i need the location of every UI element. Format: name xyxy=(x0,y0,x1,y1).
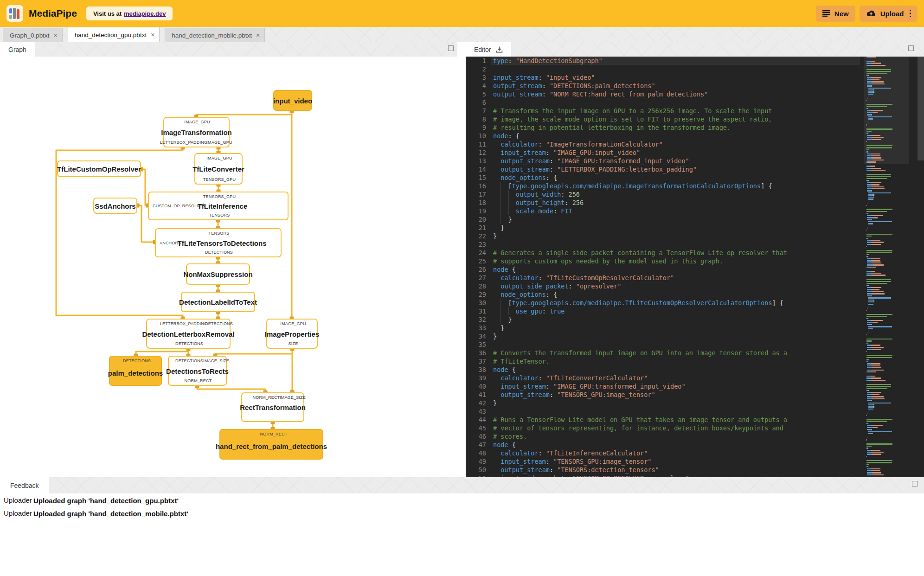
new-list-icon xyxy=(822,10,830,17)
upload-button[interactable]: Upload xyxy=(860,6,918,22)
feedback-panel-expand-icon[interactable] xyxy=(912,481,918,486)
editor-panel-expand-icon[interactable] xyxy=(908,45,914,51)
node-title: TfLiteCustomOpResolver xyxy=(57,165,141,173)
file-tab-hand_detection_mobile.pbtxt[interactable]: hand_detection_mobile.pbtxt× xyxy=(165,28,265,42)
graph-node-TfLiteCustomOpResolver[interactable]: TfLiteCustomOpResolver xyxy=(57,160,141,177)
node-title: hand_rect_from_palm_detections xyxy=(216,442,327,450)
feedback-entry: UploaderUploaded graph 'hand_detection_g… xyxy=(0,494,417,507)
code-line: 43 xyxy=(466,407,924,416)
editor-scrollbar-thumb[interactable] xyxy=(918,57,924,160)
upload-button-label: Upload xyxy=(880,10,904,18)
graph-panel-expand-icon[interactable] xyxy=(448,45,454,51)
close-icon[interactable]: × xyxy=(256,32,260,39)
code-line: 32 } xyxy=(466,315,924,324)
output-port-label: LETTERBOX_PADDING xyxy=(160,140,207,145)
line-number: 48 xyxy=(466,449,486,457)
side-port-label: ANCHORS xyxy=(160,241,181,245)
input-port-label: LETTERBOX_PADDING xyxy=(160,321,207,326)
mediapipe-dev-link[interactable]: mediapipe.dev xyxy=(124,10,166,17)
line-number: 21 xyxy=(466,224,486,232)
code-line: 38node { xyxy=(466,365,924,374)
code-line: 48 calculator: "TfLiteInferenceCalculato… xyxy=(466,449,924,457)
new-button[interactable]: New xyxy=(816,6,855,22)
code-line: 35 xyxy=(466,340,924,349)
output-port-label: DETECTIONS xyxy=(175,341,203,346)
code-line: 15 node_options: { xyxy=(466,173,924,182)
code-line: 14 output_stream: "LETTERBOX_PADDING:let… xyxy=(466,165,924,173)
line-number: 25 xyxy=(466,257,486,265)
input-port-label: IMAGE_SIZE xyxy=(280,395,306,400)
close-icon[interactable]: × xyxy=(54,32,58,39)
feedback-tabstrip: Feedback xyxy=(0,477,924,493)
code-editor[interactable]: 1type: "HandDetectionSubgraph"23input_st… xyxy=(466,57,924,477)
input-port-label: NORM_RECT xyxy=(253,395,280,400)
graph-node-DetectionLetterboxRemoval[interactable]: DetectionLetterboxRemovalLETTERBOX_PADDI… xyxy=(146,319,231,349)
code-line: 21 } xyxy=(466,224,924,232)
graph-node-RectTransformation[interactable]: RectTransformationNORM_RECTIMAGE_SIZE xyxy=(241,392,304,422)
file-tab-label: hand_detection_gpu.pbtxt xyxy=(75,32,147,38)
editor-panel-tabstrip: Editor xyxy=(466,42,924,57)
line-number: 34 xyxy=(466,332,486,340)
file-tab-bar: Graph_0.pbtxt×hand_detection_gpu.pbtxt×h… xyxy=(0,27,924,42)
file-tab-Graph_0.pbtxt[interactable]: Graph_0.pbtxt× xyxy=(3,28,63,42)
graph-node-NonMaxSuppression[interactable]: NonMaxSuppression xyxy=(186,263,250,285)
graph-node-ImageTransformation[interactable]: ImageTransformationIMAGE_GPULETTERBOX_PA… xyxy=(163,117,230,147)
line-number: 26 xyxy=(466,265,486,274)
mediapipe-logo-icon xyxy=(6,5,23,22)
graph-node-input_video[interactable]: input_video xyxy=(273,90,312,111)
output-port-label: TENSORS xyxy=(209,213,230,218)
input-port-label: IMAGE_SIZE xyxy=(203,358,229,363)
graph-node-DetectionsToRects[interactable]: DetectionsToRectsDETECTIONSIMAGE_SIZENOR… xyxy=(168,356,227,386)
line-number: 42 xyxy=(466,399,486,407)
graph-node-TfLiteConverter[interactable]: TfLiteConverterIMAGE_GPUTENSORS_GPU xyxy=(194,153,243,185)
line-number: 14 xyxy=(466,165,486,173)
download-icon[interactable] xyxy=(496,46,503,53)
code-line: 31 use_gpu: true xyxy=(466,307,924,315)
graph-node-TfLiteTensorsToDetections[interactable]: TfLiteTensorsToDetectionsTENSORSDETECTIO… xyxy=(155,228,282,257)
graph-canvas[interactable]: input_videoImageTransformationIMAGE_GPUL… xyxy=(0,57,462,477)
tab-feedback[interactable]: Feedback xyxy=(0,477,49,493)
editor-scrollbar[interactable] xyxy=(918,57,924,477)
node-title: input_video xyxy=(273,96,312,104)
code-line: 1type: "HandDetectionSubgraph" xyxy=(466,57,924,65)
code-line: 26node { xyxy=(466,265,924,274)
line-number: 27 xyxy=(466,274,486,282)
graph-node-ImageProperties[interactable]: ImagePropertiesIMAGE_GPUSIZE xyxy=(266,319,318,349)
input-port-label: NORM_RECT xyxy=(260,432,288,436)
graph-node-SsdAnchors[interactable]: SsdAnchors xyxy=(93,198,137,214)
graph-node-DetectionLabelIdToText[interactable]: DetectionLabelIdToText xyxy=(181,292,255,312)
file-tab-hand_detection_gpu.pbtxt[interactable]: hand_detection_gpu.pbtxt× xyxy=(68,27,160,42)
line-number: 15 xyxy=(466,173,486,182)
node-title: RectTransformation xyxy=(240,403,306,411)
close-icon[interactable]: × xyxy=(151,31,154,38)
code-line: 47node { xyxy=(466,441,924,449)
code-line: 18 output_height: 256 xyxy=(466,198,924,207)
code-line: 22} xyxy=(466,232,924,240)
tab-graph[interactable]: Graph xyxy=(0,42,35,57)
tab-editor[interactable]: Editor xyxy=(466,42,511,57)
output-port-label: DETECTIONS xyxy=(205,250,233,255)
code-line: 24# Generates a single side packet conta… xyxy=(466,249,924,257)
minimap[interactable] xyxy=(866,57,906,477)
node-title: SsdAnchors xyxy=(95,202,135,210)
line-number: 46 xyxy=(466,432,486,441)
cloud-upload-icon xyxy=(866,10,876,17)
code-line: 39 calculator: "TfLiteConverterCalculato… xyxy=(466,374,924,382)
more-options-kebab-icon[interactable] xyxy=(910,9,911,18)
output-port-label: TENSORS_GPU xyxy=(203,177,236,182)
line-number: 7 xyxy=(466,107,486,115)
graph-node-palm_detections[interactable]: palm_detectionsDETECTIONS xyxy=(109,356,162,386)
new-button-label: New xyxy=(834,10,849,18)
input-port-label: DETECTIONS xyxy=(123,358,151,363)
graph-node-TfLiteInference[interactable]: TfLiteInferenceTENSORS_GPUTENSORSCUSTOM_… xyxy=(148,192,289,220)
input-port-label: DETECTIONS xyxy=(175,358,203,363)
line-number: 3 xyxy=(466,73,486,82)
line-number: 16 xyxy=(466,182,486,190)
code-line: 29 node_options: { xyxy=(466,290,924,299)
graph-node-hand_rect_from_palm_detections[interactable]: hand_rect_from_palm_detectionsNORM_RECT xyxy=(219,429,323,460)
code-line: 36# Converts the transformed input image… xyxy=(466,349,924,357)
code-line: 33 } xyxy=(466,324,924,332)
node-title: NonMaxSuppression xyxy=(183,270,252,278)
line-number: 6 xyxy=(466,98,486,107)
code-line: 41 output_stream: "TENSORS_GPU:image_ten… xyxy=(466,390,924,399)
